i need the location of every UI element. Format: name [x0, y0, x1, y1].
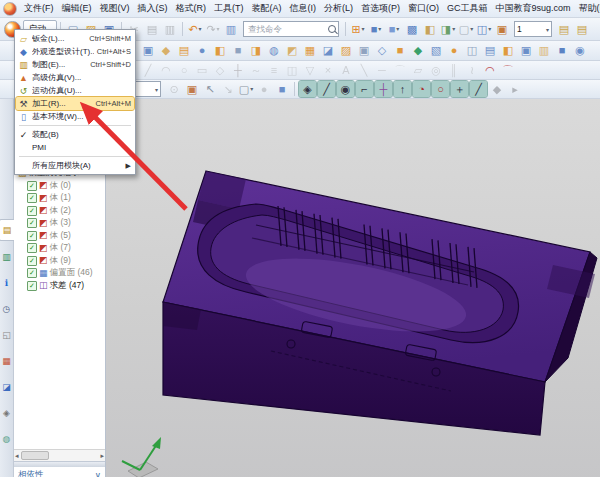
trim-curve-icon[interactable]: ╲	[356, 62, 373, 78]
feature-checkbox[interactable]: ✓	[27, 268, 37, 278]
menu-information[interactable]: 信息(I)	[286, 2, 321, 14]
intersection-point-icon[interactable]: ┼	[375, 81, 392, 97]
arc-3point-icon[interactable]: ◠	[482, 62, 499, 78]
true-shading-icon[interactable]: ▣	[494, 21, 511, 37]
face-analysis-icon[interactable]: ◨▾	[440, 21, 457, 37]
spline-icon[interactable]: ～	[248, 62, 265, 78]
start-menu-item-advanced-simulation[interactable]: ▲高级仿真(V)...	[16, 71, 134, 84]
offset-curve-icon[interactable]: ≡	[266, 62, 283, 78]
mirror-curve-icon[interactable]: ◫	[284, 62, 301, 78]
shaded-pick-icon[interactable]: ■	[274, 81, 291, 97]
chevron-down-icon[interactable]: ▾	[470, 26, 473, 32]
menu-view[interactable]: 视图(V)	[96, 2, 134, 14]
background-icon[interactable]: ▢▾	[458, 21, 475, 37]
feature-checkbox[interactable]: ✓	[27, 181, 37, 191]
feature-checkbox[interactable]: ✓	[27, 281, 37, 291]
menu-assemblies[interactable]: 装配(A)	[248, 2, 286, 14]
web-browser-tab[interactable]: ℹ	[0, 273, 13, 293]
mid-point-icon[interactable]: ◉	[337, 81, 354, 97]
point-icon[interactable]: ┼	[230, 62, 247, 78]
feature-checkbox[interactable]: ✓	[27, 218, 37, 228]
datum-plane-icon[interactable]: ▣	[140, 43, 157, 59]
helix-icon[interactable]: ≀	[464, 62, 481, 78]
command-finder-input[interactable]	[246, 22, 328, 36]
object-snap-icon[interactable]: ▸	[507, 81, 524, 97]
tree-item[interactable]: ✓▦偏置面 (46)	[14, 267, 105, 280]
fit-view-icon[interactable]: ⊞▾	[350, 21, 367, 37]
menu-preferences[interactable]: 首选项(P)	[357, 2, 404, 14]
arc-icon[interactable]: ◠	[158, 62, 175, 78]
existing-point-icon[interactable]: ○	[432, 81, 449, 97]
scrollbar-thumb[interactable]	[21, 451, 49, 460]
command-repeat-icon[interactable]: ▥	[223, 21, 240, 37]
chevron-down-icon[interactable]: ▾	[199, 26, 202, 32]
bounded-plane-icon[interactable]: ◆	[489, 81, 506, 97]
block-icon[interactable]: ◧	[212, 43, 229, 59]
roles-tab[interactable]: ▦	[0, 351, 13, 371]
deselect-all-icon[interactable]: ↘	[220, 81, 237, 97]
feature-checkbox[interactable]: ✓	[27, 256, 37, 266]
extend-curve-icon[interactable]: ─	[374, 62, 391, 78]
feature-checkbox[interactable]: ✓	[27, 231, 37, 241]
chevron-down-icon[interactable]: ▾	[396, 26, 399, 32]
quick-trim-icon[interactable]: ▱	[410, 62, 427, 78]
tree-item[interactable]: ✓◩体 (2)	[14, 205, 105, 218]
feature-checkbox[interactable]: ✓	[27, 193, 37, 203]
draft-icon[interactable]: ●	[446, 43, 463, 59]
layer-settings-icon[interactable]: ▤	[556, 21, 573, 37]
machining-wizards-tab[interactable]: ◈	[0, 403, 13, 423]
reuse-library-tab[interactable]: ▥	[0, 247, 13, 267]
part-navigator-tab[interactable]: ▤	[0, 219, 14, 241]
start-menu-item-shape-studio[interactable]: ◆外观造型设计(T)...Ctrl+Alt+S	[16, 45, 134, 58]
start-menu-item-motion-simulation[interactable]: ↺运动仿真(U)...	[16, 84, 134, 97]
start-menu-item-pmi[interactable]: PMI	[16, 141, 134, 154]
start-menu-item-drafting[interactable]: ▥制图(E)...Ctrl+Shift+D	[16, 58, 134, 71]
chevron-down-icon[interactable]: ▾	[217, 26, 220, 32]
offset-face-icon[interactable]: ▤	[482, 43, 499, 59]
highlight-icon[interactable]: ●	[256, 81, 273, 97]
start-menu-item-manufacturing[interactable]: ⚒加工(R)...Ctrl+Alt+M	[16, 97, 134, 110]
menu-help[interactable]: 帮助(H)	[575, 2, 600, 14]
control-point-icon[interactable]: ⌐	[356, 81, 373, 97]
menu-window[interactable]: 窗口(O)	[404, 2, 443, 14]
shaded-with-edges-icon[interactable]: ■▾	[368, 21, 385, 37]
search-icon[interactable]	[328, 25, 336, 33]
arc-center-icon[interactable]: ↑	[394, 81, 411, 97]
tree-item[interactable]: ✓◫求差 (47)	[14, 280, 105, 293]
chevron-expand-icon[interactable]: ∨	[95, 470, 101, 477]
feature-checkbox[interactable]: ✓	[27, 243, 37, 253]
process-tab[interactable]: ◍	[0, 429, 13, 449]
sphere-icon[interactable]: ◍	[266, 43, 283, 59]
menu-edu-link[interactable]: 中国教育9sug.com	[492, 2, 575, 14]
divide-curve-icon[interactable]: ◎	[428, 62, 445, 78]
revolve-icon[interactable]: ●	[194, 43, 211, 59]
thicken-icon[interactable]: ▥	[536, 43, 553, 59]
shell-icon[interactable]: ◫	[464, 43, 481, 59]
point-on-curve-icon[interactable]: ＋	[451, 81, 468, 97]
trim-body-icon[interactable]: ◇	[374, 43, 391, 59]
feature-checkbox[interactable]: ✓	[27, 206, 37, 216]
chevron-down-icon[interactable]: ▾	[250, 86, 253, 92]
tree-item[interactable]: ✓◩体 (9)	[14, 255, 105, 268]
paste-icon[interactable]: ▥	[162, 21, 179, 37]
process-studio-tab[interactable]: ◱	[0, 325, 13, 345]
more-features-icon[interactable]: ◉	[572, 43, 589, 59]
patch-body-icon[interactable]: ▣	[518, 43, 535, 59]
edge-blend-icon[interactable]: ◆	[410, 43, 427, 59]
marquee-style-icon[interactable]: ▢▾	[238, 81, 255, 97]
horizontal-scrollbar[interactable]: ◂ ▸	[14, 449, 105, 461]
select-all-icon[interactable]: ↖	[202, 81, 219, 97]
wireframe-icon[interactable]: ▩	[404, 21, 421, 37]
tree-item[interactable]: ✓◩体 (1)	[14, 192, 105, 205]
intersection-curve-icon[interactable]: ×	[320, 62, 337, 78]
enable-snap-point-icon[interactable]: ◈	[299, 81, 316, 97]
sew-icon[interactable]: ◧	[500, 43, 517, 59]
swept-icon[interactable]: ■	[554, 43, 571, 59]
chevron-down-icon[interactable]: ▾	[488, 26, 491, 32]
hole-icon[interactable]: ◩	[284, 43, 301, 59]
menu-gc-toolbox[interactable]: GC工具箱	[443, 2, 492, 14]
polygon-icon[interactable]: ◇	[212, 62, 229, 78]
chevron-down-icon[interactable]: ▾	[362, 26, 365, 32]
studio-render-icon[interactable]: ◧	[422, 21, 439, 37]
chevron-down-icon[interactable]: ▾	[378, 26, 381, 32]
